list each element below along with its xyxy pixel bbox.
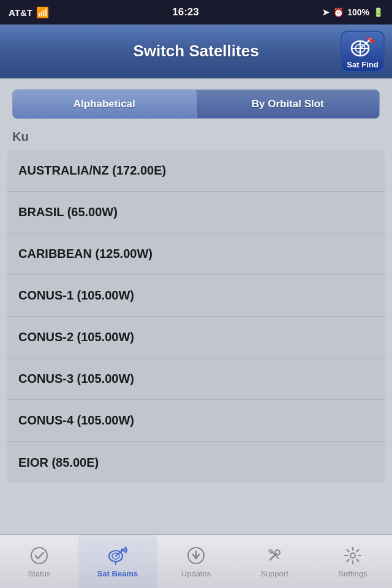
satellite-item-5[interactable]: CONUS-3 (105.00W): [7, 358, 385, 400]
tab-settings-label: Settings: [339, 569, 368, 578]
settings-icon: [342, 545, 364, 567]
tab-updates-label: Updates: [181, 569, 211, 578]
nav-title: Switch Satellites: [133, 42, 258, 61]
tab-sat-beams-label: Sat Beams: [97, 569, 138, 578]
satellite-item-6[interactable]: CONUS-4 (105.00W): [7, 400, 385, 442]
satellite-item-1[interactable]: BRASIL (65.00W): [7, 192, 385, 233]
segment-control[interactable]: Alphabetical By Orbital Slot: [12, 89, 380, 119]
tab-status-label: Status: [28, 569, 51, 578]
sat-beams-icon: [107, 545, 129, 567]
status-left: AT&T 📶: [9, 6, 49, 19]
tab-bar: Status Sat Beams: [0, 534, 392, 588]
tab-updates[interactable]: Updates: [157, 535, 235, 589]
sat-find-button[interactable]: Sat Find: [341, 31, 385, 72]
tab-settings[interactable]: Settings: [314, 535, 392, 589]
updates-icon: [185, 545, 207, 567]
status-right: ➤ ⏰ 100% 🔋: [322, 7, 383, 17]
satellite-list: AUSTRALIA/NZ (172.00E) BRASIL (65.00W) C…: [7, 150, 385, 483]
satellite-item-2[interactable]: CARIBBEAN (125.00W): [7, 233, 385, 275]
sat-find-label: Sat Find: [347, 61, 378, 69]
satellite-item-0[interactable]: AUSTRALIA/NZ (172.00E): [7, 150, 385, 192]
support-icon: [263, 545, 285, 567]
status-bar: AT&T 📶 16:23 ➤ ⏰ 100% 🔋: [0, 0, 392, 24]
status-icon: [28, 545, 50, 567]
wifi-icon: 📶: [36, 6, 49, 19]
satellite-dish-icon: [349, 35, 376, 59]
satellite-item-4[interactable]: CONUS-2 (105.00W): [7, 317, 385, 358]
battery-icon: 🔋: [373, 7, 383, 17]
battery-label: 100%: [347, 7, 369, 17]
svg-point-12: [121, 549, 124, 552]
time-label: 16:23: [172, 6, 198, 18]
tab-support[interactable]: Support: [235, 535, 314, 589]
segment-alphabetical[interactable]: Alphabetical: [13, 90, 197, 118]
alarm-icon: ⏰: [333, 7, 344, 17]
carrier-label: AT&T: [9, 7, 32, 18]
satellite-item-3[interactable]: CONUS-1 (105.00W): [7, 275, 385, 317]
location-icon: ➤: [322, 7, 330, 17]
segment-orbital[interactable]: By Orbital Slot: [197, 90, 380, 118]
svg-point-7: [31, 548, 47, 564]
tab-status[interactable]: Status: [0, 535, 78, 589]
section-header: Ku: [0, 125, 392, 146]
svg-point-18: [350, 553, 355, 558]
satellite-item-7[interactable]: EIOR (85.00E): [7, 442, 385, 483]
tab-support-label: Support: [260, 569, 288, 578]
tab-sat-beams[interactable]: Sat Beams: [78, 535, 157, 589]
svg-point-15: [275, 550, 280, 555]
nav-bar: Switch Satellites Sat Find: [0, 24, 392, 78]
